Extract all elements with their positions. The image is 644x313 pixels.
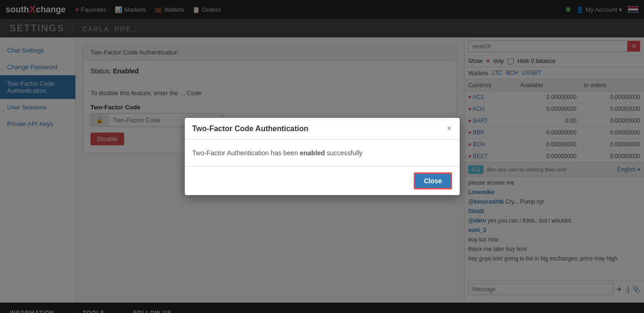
modal-close-button[interactable]: Close <box>414 172 452 189</box>
modal-close-x-button[interactable]: × <box>447 124 452 134</box>
modal-title: Two-Factor Code Authentication <box>192 125 308 133</box>
modal-message-post: successfully <box>325 149 363 157</box>
modal-header: Two-Factor Code Authentication × <box>185 118 460 140</box>
modal-body: Two-Factor Authentication has been enabl… <box>185 140 460 166</box>
modal-message-bold: enabled <box>300 149 325 157</box>
modal: Two-Factor Code Authentication × Two-Fac… <box>185 118 460 195</box>
modal-footer: Close <box>185 166 460 195</box>
modal-overlay[interactable]: Two-Factor Code Authentication × Two-Fac… <box>0 0 644 313</box>
modal-message-pre: Two-Factor Authentication has been <box>192 149 300 157</box>
